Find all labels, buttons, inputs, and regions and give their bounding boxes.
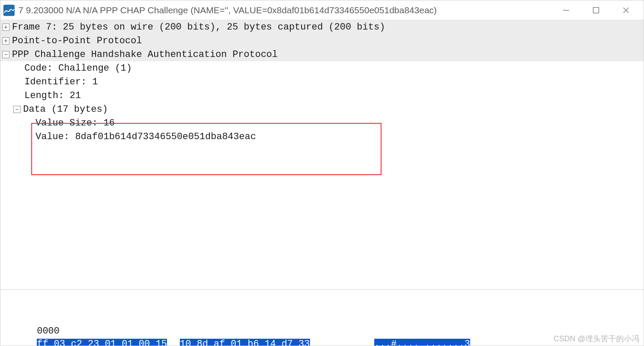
tree-label: Identifier: 1 xyxy=(24,77,98,87)
hex-dump-pane[interactable]: 0000 ff 03 c2 23 01 01 00 1510 8d af 01 … xyxy=(0,290,644,346)
titlebar[interactable]: 7 9.203000 N/A N/A PPP CHAP Challenge (N… xyxy=(0,0,644,20)
tree-label: Point-to-Point Protocol xyxy=(12,36,142,46)
tree-row-identifier[interactable]: Identifier: 1 xyxy=(0,75,644,89)
hex-ascii: ...#.... .......3 xyxy=(374,339,470,346)
close-button[interactable] xyxy=(611,0,641,20)
tree-label: Frame 7: 25 bytes on wire (200 bits), 25… xyxy=(12,22,385,33)
tree-row-length[interactable]: Length: 21 xyxy=(0,89,644,102)
svg-rect-2 xyxy=(593,7,599,13)
window-control-buttons xyxy=(551,0,641,20)
tree-label: Value Size: 16 xyxy=(36,118,115,128)
tree-row-value[interactable]: Value: 8daf01b614d73346550e051dba843eac xyxy=(0,130,644,143)
hex-bytes: 10 8d af 01 b6 14 d7 33 xyxy=(180,339,310,346)
wireshark-icon xyxy=(3,4,15,16)
packet-detail-window: 7 9.203000 N/A N/A PPP CHAP Challenge (N… xyxy=(0,0,644,346)
minimize-button[interactable] xyxy=(551,0,581,20)
tree-label: Value: 8daf01b614d73346550e051dba843eac xyxy=(36,131,256,142)
collapse-icon[interactable] xyxy=(13,106,21,113)
tree-label: PPP Challenge Handshake Authentication P… xyxy=(12,49,278,60)
expand-icon[interactable] xyxy=(2,24,9,31)
tree-label: Length: 21 xyxy=(24,90,81,101)
tree-row-data[interactable]: Data (17 bytes) xyxy=(0,102,644,116)
protocol-tree-pane[interactable]: Frame 7: 25 bytes on wire (200 bits), 25… xyxy=(0,20,644,290)
tree-row-ppp[interactable]: Point-to-Point Protocol xyxy=(0,34,644,48)
tree-label: Code: Challenge (1) xyxy=(24,63,132,74)
maximize-button[interactable] xyxy=(581,0,611,20)
tree-row-chap[interactable]: PPP Challenge Handshake Authentication P… xyxy=(0,48,644,61)
tree-row-code[interactable]: Code: Challenge (1) xyxy=(0,61,644,75)
hex-row[interactable]: 0000 ff 03 c2 23 01 01 00 1510 8d af 01 … xyxy=(3,312,641,325)
hex-offset: 0000 xyxy=(37,325,71,338)
collapse-icon[interactable] xyxy=(2,51,9,58)
hex-bytes: ff 03 c2 23 01 01 00 15 xyxy=(37,339,167,346)
expand-icon[interactable] xyxy=(2,37,9,45)
window-title: 7 9.203000 N/A N/A PPP CHAP Challenge (N… xyxy=(18,5,551,15)
tree-label: Data (17 bytes) xyxy=(23,104,108,115)
tree-row-value-size[interactable]: Value Size: 16 xyxy=(0,116,644,130)
tree-row-frame[interactable]: Frame 7: 25 bytes on wire (200 bits), 25… xyxy=(0,20,644,34)
